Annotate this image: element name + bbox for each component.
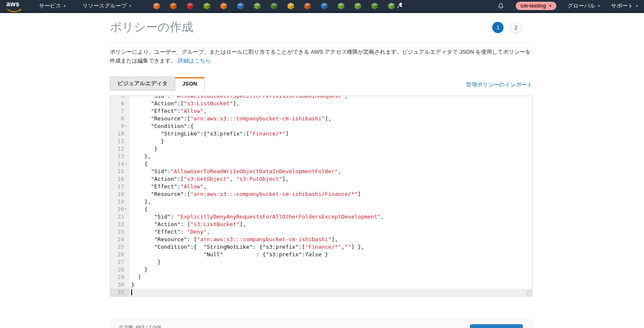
code-text[interactable]: "Effect": "Deny", [130,228,532,236]
aws-logo[interactable]: aws [6,0,24,11]
nav-service-shortcut-15-icon[interactable] [388,3,395,10]
nav-service-shortcut-3-icon[interactable] [187,3,194,10]
code-line-29[interactable]: 29 ] [110,273,532,281]
tab-json[interactable]: JSON [175,77,205,91]
code-text[interactable]: "Condition":{ [130,122,532,130]
code-text[interactable]: }, [130,153,532,160]
code-line-15[interactable]: 15 "Sid":"AllowUserToReadWriteObjectData… [110,168,532,175]
code-text[interactable]: } [130,258,532,266]
code-line-27[interactable]: 27 } [110,258,532,266]
nav-service-shortcuts [153,3,395,10]
editor-tabs: ビジュアルエディタ JSON [110,77,205,91]
import-managed-policy-link[interactable]: 管理ポリシーのインポート [466,81,532,91]
code-line-30[interactable]: 30} [110,281,532,289]
code-line-17[interactable]: 17 "Effect":"Allow", [110,183,532,190]
fold-spacer [124,251,130,258]
code-text[interactable]: { [130,160,532,168]
nav-service-shortcut-14-icon[interactable] [371,3,378,10]
nav-service-shortcut-8-icon[interactable] [270,3,278,10]
fold-toggle-icon[interactable]: ▾ [124,160,130,168]
nav-service-shortcut-9-icon[interactable] [287,3,294,10]
code-line-19[interactable]: 19 }, [110,198,532,206]
editor-resize-handle[interactable] [526,290,532,296]
fold-toggle-icon[interactable]: ▾ [124,206,130,213]
code-line-11[interactable]: 11 } [110,138,532,145]
tab-visual-editor[interactable]: ビジュアルエディタ [110,77,175,91]
nav-service-shortcut-7-icon[interactable] [254,3,261,10]
nav-service-shortcut-6-icon[interactable] [237,3,244,10]
learn-more-link[interactable]: 詳細はこちら [178,57,211,64]
code-line-5[interactable]: 5 "Sid": "AllowListBucketIfSpecificPrefi… [110,96,532,100]
code-line-31[interactable]: 31 [110,289,532,296]
code-line-26[interactable]: 26 "Null" : {"s3:prefix":false } [110,251,532,258]
nav-service-shortcut-1-icon[interactable] [153,3,160,10]
nav-service-shortcut-13-icon[interactable] [354,3,361,10]
fold-toggle-icon[interactable]: ▾ [124,122,130,130]
line-number: 23 [110,228,124,236]
code-text[interactable]: } [130,145,532,153]
code-line-12[interactable]: 12 } [110,145,532,153]
code-line-8[interactable]: 8 "Resource":["arn:aws:s3:::companybucke… [110,115,532,122]
notifications-bell-icon[interactable] [497,3,504,10]
code-text[interactable]: "Effect":"Allow", [130,107,532,115]
nav-service-shortcut-10-icon[interactable] [304,3,311,10]
pushpin-icon[interactable] [396,3,402,9]
code-text[interactable] [130,289,532,296]
line-number: 19 [110,198,124,206]
code-text[interactable]: "Resource":["arn:aws:s3:::companybucket-… [130,190,532,198]
nav-service-shortcut-2-icon[interactable] [170,3,177,10]
nav-service-shortcut-12-icon[interactable] [338,3,345,10]
code-text[interactable]: "Action":["s3:ListBucket"], [130,100,532,107]
fold-spacer [124,213,130,221]
code-line-24[interactable]: 24 "Resource": ["arn:aws:s3:::companybuc… [110,236,532,243]
code-line-6[interactable]: 6 "Action":["s3:ListBucket"], [110,100,532,107]
code-text[interactable]: } [130,281,532,289]
code-text[interactable]: "Sid": "AllowListBucketIfSpecificPrefixI… [130,96,532,100]
line-number: 8 [110,115,124,122]
nav-service-shortcut-11-icon[interactable] [321,3,328,10]
code-text[interactable]: "Effect":"Allow", [130,183,532,190]
code-line-14[interactable]: 14▾ { [110,160,532,168]
code-line-13[interactable]: 13 }, [110,153,532,160]
gutter-cell-5: 5 [110,96,130,100]
code-text[interactable]: }, [130,198,532,206]
review-policy-button[interactable]: ポリシーの確認 [470,324,523,328]
gutter-cell-8: 8 [110,115,130,122]
fold-spacer [124,168,130,175]
nav-resource-groups-menu[interactable]: リソースグループ ▾ [82,2,131,10]
code-line-9[interactable]: 9▾ "Condition":{ [110,122,532,130]
support-menu[interactable]: サポート ▾ [611,2,638,10]
step-indicator: 1 2 [492,22,522,33]
code-text[interactable]: { [130,206,532,213]
account-menu[interactable]: cm-testing ▾ [516,2,556,10]
code-line-20[interactable]: 20▾ { [110,206,532,213]
region-menu[interactable]: グローバル ▾ [568,2,600,10]
fold-spacer [124,273,130,281]
code-text[interactable]: "Condition":{ "StringNotLike": {"s3:pref… [130,243,532,251]
code-text[interactable]: "Action":["s3:GetObject", "s3:PutObject"… [130,175,532,183]
code-line-22[interactable]: 22 "Action": ["s3:ListBucket"], [110,221,532,228]
code-text[interactable]: } [130,138,532,145]
json-code-editor[interactable]: 5 "Sid": "AllowListBucketIfSpecificPrefi… [110,96,532,297]
action-footer: 文字数: 693 / 2,048。 現在の文字数には、user のすべてのインラ… [110,320,532,328]
code-line-16[interactable]: 16 "Action":["s3:GetObject", "s3:PutObje… [110,175,532,183]
code-text[interactable]: "Resource": ["arn:aws:s3:::companybucket… [130,236,532,243]
nav-service-shortcut-5-icon[interactable] [220,3,227,10]
code-text[interactable]: "StringLike":{"s3:prefix":["Finance/*"] [130,130,532,138]
code-text[interactable]: "Null" : {"s3:prefix":false } [130,251,532,258]
nav-services-menu[interactable]: サービス ▾ [39,2,65,10]
code-text[interactable]: "Resource":["arn:aws:s3:::companybucket-… [130,115,532,122]
code-text[interactable]: "Sid": "ExplicitlyDenyAnyRequestsForAllO… [130,213,532,221]
code-line-28[interactable]: 28 } [110,266,532,273]
code-line-10[interactable]: 10 "StringLike":{"s3:prefix":["Finance/*… [110,130,532,138]
code-text[interactable]: ] [130,273,532,281]
nav-service-shortcut-4-icon[interactable] [203,3,210,10]
code-text[interactable]: } [130,266,532,273]
code-text[interactable]: "Sid":"AllowUserToReadWriteObjectDataInD… [130,168,532,175]
code-line-23[interactable]: 23 "Effect": "Deny", [110,228,532,236]
code-line-7[interactable]: 7 "Effect":"Allow", [110,107,532,115]
code-line-18[interactable]: 18 "Resource":["arn:aws:s3:::companybuck… [110,190,532,198]
code-line-21[interactable]: 21 "Sid": "ExplicitlyDenyAnyRequestsForA… [110,213,532,221]
code-line-25[interactable]: 25 "Condition":{ "StringNotLike": {"s3:p… [110,243,532,251]
code-text[interactable]: "Action": ["s3:ListBucket"], [130,221,532,228]
